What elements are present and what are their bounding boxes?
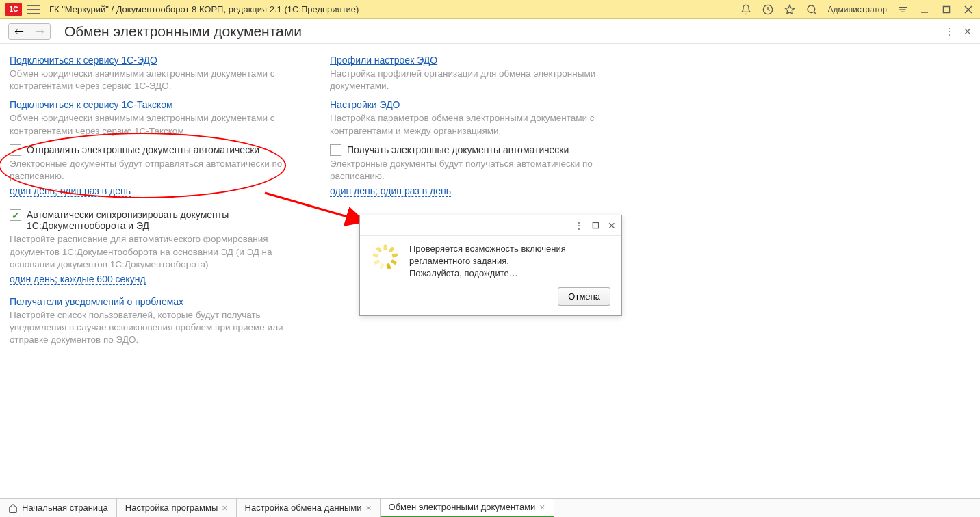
nav-back-button[interactable]: 🡐 bbox=[9, 24, 29, 39]
close-page-icon[interactable]: ✕ bbox=[964, 26, 972, 37]
schedule-receive-link[interactable]: один день; один раз в день bbox=[330, 185, 451, 197]
schedule-send-link[interactable]: один день; один раз в день bbox=[10, 185, 131, 197]
link-settings[interactable]: Настройки ЭДО bbox=[330, 99, 400, 110]
svg-rect-15 bbox=[389, 246, 395, 253]
nav-forward-button[interactable]: 🡒 bbox=[29, 24, 50, 39]
svg-rect-21 bbox=[372, 253, 378, 257]
label-auto-receive: Получать электронные документы автоматич… bbox=[347, 144, 617, 155]
svg-rect-17 bbox=[390, 259, 397, 265]
link-profiles[interactable]: Профили настроек ЭДО bbox=[330, 55, 437, 66]
maximize-button[interactable] bbox=[940, 3, 953, 16]
desc-auto-receive: Электронные документы будут получаться а… bbox=[330, 158, 617, 183]
nav-buttons: 🡐 🡒 bbox=[8, 23, 51, 40]
tab-program-settings[interactable]: Настройка программы × bbox=[117, 499, 237, 517]
tab-exchange-settings[interactable]: Настройка обмена данными × bbox=[237, 499, 381, 517]
minimize-button[interactable] bbox=[918, 3, 931, 16]
dialog-maximize-icon[interactable] bbox=[592, 222, 599, 229]
schedule-sync-link[interactable]: один день; каждые 600 секунд bbox=[10, 274, 146, 285]
svg-rect-8 bbox=[944, 6, 950, 12]
svg-rect-18 bbox=[386, 263, 391, 270]
tab-label: Обмен электронными документами bbox=[389, 502, 536, 512]
checkbox-auto-sync[interactable] bbox=[10, 209, 21, 221]
home-icon bbox=[8, 503, 18, 513]
svg-point-2 bbox=[808, 5, 815, 13]
cancel-button[interactable]: Отмена bbox=[558, 287, 610, 306]
logo-1c: 1C bbox=[5, 3, 22, 16]
bell-icon[interactable] bbox=[740, 3, 752, 16]
dialog-text: Проверяется возможность включения реглам… bbox=[409, 243, 610, 280]
link-connect-edo[interactable]: Подключиться к сервису 1С-ЭДО bbox=[10, 55, 157, 66]
tab-label: Настройка программы bbox=[125, 503, 218, 513]
svg-rect-16 bbox=[391, 253, 398, 257]
dialog-more-icon[interactable]: ⋮ bbox=[574, 220, 584, 231]
desc-connect-edo: Обмен юридически значимыми электронными … bbox=[10, 68, 297, 92]
desc-connect-taxcom: Обмен юридически значимыми электронными … bbox=[10, 112, 297, 137]
link-connect-taxcom[interactable]: Подключиться к сервису 1С-Такском bbox=[10, 99, 173, 110]
desc-auto-sync: Настройте расписание для автоматического… bbox=[10, 233, 297, 271]
user-label[interactable]: Администратор bbox=[827, 5, 887, 14]
checkbox-auto-receive[interactable] bbox=[330, 144, 341, 156]
desc-auto-send: Электронные документы будут отправляться… bbox=[10, 158, 297, 183]
dialog-close-icon[interactable]: ✕ bbox=[608, 220, 616, 231]
desc-profiles: Настройка профилей организации для обмен… bbox=[330, 68, 617, 92]
menu-icon[interactable] bbox=[27, 5, 40, 14]
dialog-line2: Пожалуйста, подождите… bbox=[409, 267, 610, 280]
svg-line-3 bbox=[814, 12, 816, 14]
tab-electronic-exchange[interactable]: Обмен электронными документами × bbox=[381, 499, 554, 517]
search-icon[interactable] bbox=[805, 3, 818, 16]
svg-rect-20 bbox=[374, 259, 381, 265]
label-auto-send: Отправлять электронные документы автомат… bbox=[27, 144, 297, 155]
svg-marker-1 bbox=[786, 5, 795, 14]
label-auto-sync: Автоматически синхронизировать документы… bbox=[27, 209, 297, 231]
dialog-line1: Проверяется возможность включения реглам… bbox=[409, 243, 610, 267]
svg-rect-19 bbox=[379, 263, 385, 270]
tab-close-icon[interactable]: × bbox=[539, 502, 545, 513]
svg-rect-22 bbox=[376, 246, 382, 253]
tab-home[interactable]: Начальная страница bbox=[0, 499, 117, 517]
spinner-icon bbox=[371, 243, 400, 271]
close-button[interactable] bbox=[962, 3, 975, 16]
svg-rect-14 bbox=[383, 245, 387, 250]
history-icon[interactable] bbox=[762, 3, 774, 16]
tab-home-label: Начальная страница bbox=[22, 503, 108, 513]
tab-close-icon[interactable]: × bbox=[365, 503, 371, 514]
settings-bars-icon[interactable] bbox=[897, 3, 909, 16]
more-icon[interactable]: ⋮ bbox=[944, 26, 954, 37]
desc-settings: Настройка параметров обмена электронными… bbox=[330, 112, 617, 137]
svg-rect-13 bbox=[593, 222, 598, 228]
left-column: Подключиться к сервису 1С-ЭДО Обмен юрид… bbox=[10, 51, 297, 472]
tab-label: Настройка обмена данными bbox=[245, 503, 362, 513]
tab-close-icon[interactable]: × bbox=[222, 503, 227, 514]
page-title: Обмен электронными документами bbox=[64, 23, 302, 40]
desc-recipients: Настройте список пользователей, которые … bbox=[10, 309, 297, 347]
window-title: ГК "Меркурий" / Документооборот 8 КОРП, … bbox=[49, 4, 740, 14]
progress-dialog: ⋮ ✕ bbox=[359, 215, 622, 316]
link-recipients[interactable]: Получатели уведомлений о проблемах bbox=[10, 296, 183, 307]
star-icon[interactable] bbox=[784, 3, 796, 16]
checkbox-auto-send[interactable] bbox=[10, 144, 21, 156]
tab-bar: Начальная страница Настройка программы ×… bbox=[0, 498, 980, 517]
